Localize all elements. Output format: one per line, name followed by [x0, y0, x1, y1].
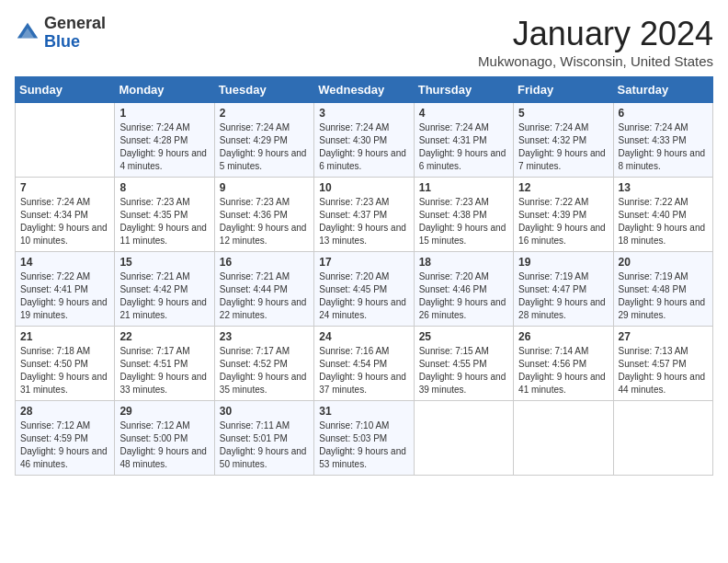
day-number: 24: [319, 330, 408, 343]
day-info: Sunrise: 7:19 AMSunset: 4:47 PMDaylight:…: [518, 270, 608, 322]
day-number: 22: [119, 330, 209, 343]
day-info: Sunrise: 7:13 AMSunset: 4:57 PMDaylight:…: [619, 345, 708, 396]
day-number: 21: [20, 330, 109, 343]
day-info: Sunrise: 7:16 AMSunset: 4:54 PMDaylight:…: [319, 345, 408, 396]
day-info: Sunrise: 7:12 AMSunset: 4:59 PMDaylight:…: [20, 419, 109, 471]
day-number: 15: [119, 256, 209, 269]
calendar-cell: 15Sunrise: 7:21 AMSunset: 4:42 PMDayligh…: [115, 252, 214, 327]
calendar-cell: 22Sunrise: 7:17 AMSunset: 4:51 PMDayligh…: [115, 327, 214, 401]
calendar-cell: 19Sunrise: 7:19 AMSunset: 4:47 PMDayligh…: [514, 252, 613, 327]
week-row-3: 14Sunrise: 7:22 AMSunset: 4:41 PMDayligh…: [16, 252, 713, 327]
calendar-cell: 14Sunrise: 7:22 AMSunset: 4:41 PMDayligh…: [16, 252, 115, 327]
day-header-monday: Monday: [115, 77, 214, 103]
day-info: Sunrise: 7:12 AMSunset: 5:00 PMDaylight:…: [119, 419, 209, 471]
calendar-cell: 8Sunrise: 7:23 AMSunset: 4:35 PMDaylight…: [115, 178, 214, 252]
calendar-cell: 9Sunrise: 7:23 AMSunset: 4:36 PMDaylight…: [214, 178, 313, 252]
day-info: Sunrise: 7:22 AMSunset: 4:39 PMDaylight:…: [518, 196, 608, 247]
day-info: Sunrise: 7:24 AMSunset: 4:31 PMDaylight:…: [419, 121, 508, 173]
day-number: 4: [419, 107, 508, 120]
day-header-tuesday: Tuesday: [214, 77, 313, 103]
day-info: Sunrise: 7:23 AMSunset: 4:38 PMDaylight:…: [419, 196, 508, 247]
calendar-cell: 26Sunrise: 7:14 AMSunset: 4:56 PMDayligh…: [514, 327, 613, 401]
calendar-cell: 5Sunrise: 7:24 AMSunset: 4:32 PMDaylight…: [514, 103, 613, 178]
day-info: Sunrise: 7:20 AMSunset: 4:46 PMDaylight:…: [419, 270, 508, 322]
calendar-cell: 10Sunrise: 7:23 AMSunset: 4:37 PMDayligh…: [314, 178, 414, 252]
calendar-cell: 11Sunrise: 7:23 AMSunset: 4:38 PMDayligh…: [414, 178, 513, 252]
day-info: Sunrise: 7:10 AMSunset: 5:03 PMDaylight:…: [319, 419, 408, 471]
day-number: 5: [518, 107, 608, 120]
day-number: 17: [319, 256, 408, 269]
day-info: Sunrise: 7:17 AMSunset: 4:52 PMDaylight:…: [220, 345, 309, 396]
day-number: 8: [119, 181, 209, 194]
week-row-1: 1Sunrise: 7:24 AMSunset: 4:28 PMDaylight…: [16, 103, 713, 178]
calendar-cell: 24Sunrise: 7:16 AMSunset: 4:54 PMDayligh…: [314, 327, 414, 401]
calendar-header: SundayMondayTuesdayWednesdayThursdayFrid…: [16, 77, 713, 103]
calendar-cell: 6Sunrise: 7:24 AMSunset: 4:33 PMDaylight…: [613, 103, 712, 178]
day-info: Sunrise: 7:21 AMSunset: 4:42 PMDaylight:…: [119, 270, 209, 322]
day-number: 6: [619, 107, 708, 120]
day-number: 10: [319, 181, 408, 194]
day-header-friday: Friday: [514, 77, 613, 103]
calendar-cell: 30Sunrise: 7:11 AMSunset: 5:01 PMDayligh…: [214, 401, 313, 476]
logo: General Blue: [15, 15, 106, 52]
day-info: Sunrise: 7:22 AMSunset: 4:41 PMDaylight:…: [20, 270, 109, 322]
location-subtitle: Mukwonago, Wisconsin, United States: [478, 53, 713, 69]
calendar-cell: 17Sunrise: 7:20 AMSunset: 4:45 PMDayligh…: [314, 252, 414, 327]
day-number: 12: [518, 181, 608, 194]
calendar-body: 1Sunrise: 7:24 AMSunset: 4:28 PMDaylight…: [16, 103, 713, 476]
month-year-title: January 2024: [478, 15, 713, 53]
page-header: General Blue January 2024 Mukwonago, Wis…: [15, 15, 713, 69]
day-info: Sunrise: 7:18 AMSunset: 4:50 PMDaylight:…: [20, 345, 109, 396]
day-info: Sunrise: 7:22 AMSunset: 4:40 PMDaylight:…: [619, 196, 708, 247]
logo-blue: Blue: [44, 33, 106, 52]
day-number: 1: [119, 107, 209, 120]
day-info: Sunrise: 7:23 AMSunset: 4:37 PMDaylight:…: [319, 196, 408, 247]
calendar-cell: 31Sunrise: 7:10 AMSunset: 5:03 PMDayligh…: [314, 401, 414, 476]
day-info: Sunrise: 7:20 AMSunset: 4:45 PMDaylight:…: [319, 270, 408, 322]
calendar-cell: 12Sunrise: 7:22 AMSunset: 4:39 PMDayligh…: [514, 178, 613, 252]
day-number: 7: [20, 181, 109, 194]
day-info: Sunrise: 7:15 AMSunset: 4:55 PMDaylight:…: [419, 345, 508, 396]
calendar-cell: 23Sunrise: 7:17 AMSunset: 4:52 PMDayligh…: [214, 327, 313, 401]
day-number: 2: [220, 107, 309, 120]
week-row-4: 21Sunrise: 7:18 AMSunset: 4:50 PMDayligh…: [16, 327, 713, 401]
day-number: 28: [20, 405, 109, 418]
day-info: Sunrise: 7:19 AMSunset: 4:48 PMDaylight:…: [619, 270, 708, 322]
calendar-cell: 4Sunrise: 7:24 AMSunset: 4:31 PMDaylight…: [414, 103, 513, 178]
calendar-cell: 29Sunrise: 7:12 AMSunset: 5:00 PMDayligh…: [115, 401, 214, 476]
calendar-cell: 28Sunrise: 7:12 AMSunset: 4:59 PMDayligh…: [16, 401, 115, 476]
day-number: 18: [419, 256, 508, 269]
day-info: Sunrise: 7:24 AMSunset: 4:32 PMDaylight:…: [518, 121, 608, 173]
header-row: SundayMondayTuesdayWednesdayThursdayFrid…: [16, 77, 713, 103]
day-header-saturday: Saturday: [613, 77, 712, 103]
day-info: Sunrise: 7:24 AMSunset: 4:34 PMDaylight:…: [20, 196, 109, 247]
day-info: Sunrise: 7:17 AMSunset: 4:51 PMDaylight:…: [119, 345, 209, 396]
calendar-cell: 2Sunrise: 7:24 AMSunset: 4:29 PMDaylight…: [214, 103, 313, 178]
day-number: 16: [220, 256, 309, 269]
day-info: Sunrise: 7:11 AMSunset: 5:01 PMDaylight:…: [220, 419, 309, 471]
logo-general: General: [44, 15, 106, 33]
day-number: 3: [319, 107, 408, 120]
day-header-thursday: Thursday: [414, 77, 513, 103]
day-info: Sunrise: 7:21 AMSunset: 4:44 PMDaylight:…: [220, 270, 309, 322]
calendar-cell: [414, 401, 513, 476]
calendar-cell: 20Sunrise: 7:19 AMSunset: 4:48 PMDayligh…: [613, 252, 712, 327]
calendar-cell: 25Sunrise: 7:15 AMSunset: 4:55 PMDayligh…: [414, 327, 513, 401]
day-number: 27: [619, 330, 708, 343]
day-number: 14: [20, 256, 109, 269]
title-block: January 2024 Mukwonago, Wisconsin, Unite…: [478, 15, 713, 69]
calendar-cell: 7Sunrise: 7:24 AMSunset: 4:34 PMDaylight…: [16, 178, 115, 252]
day-info: Sunrise: 7:24 AMSunset: 4:33 PMDaylight:…: [619, 121, 708, 173]
calendar-cell: 18Sunrise: 7:20 AMSunset: 4:46 PMDayligh…: [414, 252, 513, 327]
calendar-cell: [613, 401, 712, 476]
day-number: 29: [119, 405, 209, 418]
day-header-sunday: Sunday: [16, 77, 115, 103]
calendar-cell: 27Sunrise: 7:13 AMSunset: 4:57 PMDayligh…: [613, 327, 712, 401]
calendar-table: SundayMondayTuesdayWednesdayThursdayFrid…: [15, 76, 713, 476]
day-info: Sunrise: 7:23 AMSunset: 4:36 PMDaylight:…: [220, 196, 309, 247]
day-number: 19: [518, 256, 608, 269]
week-row-5: 28Sunrise: 7:12 AMSunset: 4:59 PMDayligh…: [16, 401, 713, 476]
day-number: 25: [419, 330, 508, 343]
week-row-2: 7Sunrise: 7:24 AMSunset: 4:34 PMDaylight…: [16, 178, 713, 252]
day-number: 26: [518, 330, 608, 343]
